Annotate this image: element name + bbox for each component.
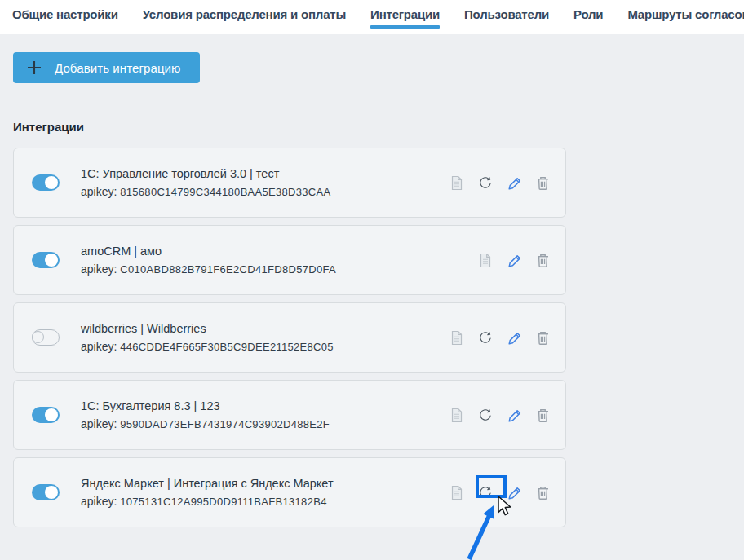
apikey-label: apikey: <box>81 262 117 276</box>
pencil-icon <box>507 408 522 423</box>
integration-info: amoCRM | амо apikey: C010ABD882B791F6E2C… <box>81 245 477 276</box>
pencil-icon <box>507 330 522 346</box>
pencil-icon <box>507 175 522 191</box>
section-title: Интеграции <box>13 120 744 134</box>
refresh-button[interactable] <box>477 406 494 424</box>
apikey-label: apikey: <box>81 417 117 430</box>
apikey-value: C010ABD882B791F6E2CD41FD8D57D0FA <box>120 263 336 276</box>
edit-button[interactable] <box>506 406 522 424</box>
apikey-value: 815680C14799C344180BAA5E38D33CAA <box>120 186 330 198</box>
integration-toggle[interactable] <box>32 407 60 423</box>
tab-users[interactable]: Пользователи <box>464 0 549 34</box>
trash-icon <box>536 330 550 346</box>
integration-apikey: apikey: 446CDDE4F665F30B5C9DEE21152E8C05 <box>81 340 449 353</box>
pencil-icon <box>507 253 522 268</box>
tab-integrations[interactable]: Интеграции <box>370 0 440 34</box>
integration-card: 1С: Бухгалтерия 8.3 | 123 apikey: 9590DA… <box>13 380 566 450</box>
refresh-icon <box>476 173 496 193</box>
trash-icon <box>536 408 550 423</box>
document-icon <box>450 175 463 191</box>
refresh-icon <box>476 405 496 426</box>
trash-icon <box>536 485 550 500</box>
document-icon <box>479 253 492 268</box>
integration-card: wildberries | Wildberries apikey: 446CDD… <box>13 302 566 373</box>
refresh-button[interactable] <box>477 329 494 346</box>
edit-button[interactable] <box>506 174 522 192</box>
integration-info: wildberries | Wildberries apikey: 446CDD… <box>81 322 449 353</box>
delete-button[interactable] <box>534 483 551 501</box>
integrations-list: 1С: Управление торговлей 3.0 | тест apik… <box>13 148 566 527</box>
refresh-icon <box>476 328 496 348</box>
apikey-label: apikey: <box>81 340 117 353</box>
document-icon <box>450 408 463 423</box>
add-integration-label: Добавить интеграцию <box>55 61 180 75</box>
integration-name: 1С: Управление торговлей 3.0 | тест <box>81 167 449 180</box>
card-actions <box>449 329 551 346</box>
integration-toggle[interactable] <box>32 329 60 346</box>
card-actions <box>477 251 551 269</box>
integration-apikey: apikey: 9590DAD73EFB7431974C93902D488E2F <box>81 417 449 430</box>
refresh-button[interactable] <box>477 174 494 192</box>
apikey-value: 446CDDE4F665F30B5C9DEE21152E8C05 <box>120 341 334 353</box>
pencil-icon <box>507 485 522 500</box>
document-icon <box>450 330 463 346</box>
copy-document-button[interactable] <box>449 329 465 346</box>
tab-approval-routes[interactable]: Маршруты согласований <box>627 0 744 34</box>
card-actions <box>449 406 551 424</box>
copy-document-button[interactable] <box>477 251 494 269</box>
integration-apikey: apikey: C010ABD882B791F6E2CD41FD8D57D0FA <box>81 262 477 276</box>
delete-button[interactable] <box>534 406 551 424</box>
document-icon <box>450 485 463 500</box>
integration-name: wildberries | Wildberries <box>81 322 449 335</box>
integration-apikey: apikey: 1075131C12A995D0D9111BAFB13182B4 <box>81 495 449 508</box>
edit-button[interactable] <box>506 329 522 346</box>
integration-toggle[interactable] <box>32 484 60 500</box>
toggle-knob <box>32 331 44 343</box>
delete-button[interactable] <box>534 329 551 346</box>
integration-card: 1С: Управление торговлей 3.0 | тест apik… <box>13 148 566 218</box>
toggle-knob <box>45 486 58 499</box>
integration-card: amoCRM | амо apikey: C010ABD882B791F6E2C… <box>13 225 566 295</box>
toggle-knob <box>45 176 58 189</box>
copy-document-button[interactable] <box>449 174 465 192</box>
integration-info: 1С: Управление торговлей 3.0 | тест apik… <box>81 167 449 198</box>
add-integration-button[interactable]: Добавить интеграцию <box>13 52 200 83</box>
integration-info: 1С: Бухгалтерия 8.3 | 123 apikey: 9590DA… <box>81 399 449 430</box>
toggle-knob <box>45 254 58 267</box>
integration-name: amoCRM | амо <box>81 245 477 258</box>
trash-icon <box>536 253 550 268</box>
edit-button[interactable] <box>506 483 522 501</box>
refresh-button[interactable] <box>477 483 494 501</box>
refresh-icon <box>476 483 496 503</box>
integration-toggle[interactable] <box>32 252 60 268</box>
copy-document-button[interactable] <box>449 406 465 424</box>
integration-apikey: apikey: 815680C14799C344180BAA5E38D33CAA <box>81 185 449 198</box>
edit-button[interactable] <box>506 251 522 269</box>
delete-button[interactable] <box>534 251 551 269</box>
apikey-value: 1075131C12A995D0D9111BAFB13182B4 <box>120 496 326 508</box>
tab-general-settings[interactable]: Общие настройки <box>12 0 118 34</box>
integration-name: Яндекс Маркет | Интеграция с Яндекс Марк… <box>81 477 449 490</box>
plus-icon <box>25 59 43 77</box>
card-actions <box>449 483 551 501</box>
integration-name: 1С: Бухгалтерия 8.3 | 123 <box>81 399 449 412</box>
tab-roles[interactable]: Роли <box>574 0 603 34</box>
integrations-page: Добавить интеграцию Интеграции 1С: Управ… <box>0 34 744 560</box>
toggle-knob <box>45 408 58 421</box>
card-actions <box>449 174 551 192</box>
integration-info: Яндекс Маркет | Интеграция с Яндекс Марк… <box>81 477 449 508</box>
delete-button[interactable] <box>534 174 551 192</box>
apikey-label: apikey: <box>81 185 117 198</box>
integration-toggle[interactable] <box>32 174 60 191</box>
settings-tabbar: Общие настройки Условия распределения и … <box>0 0 744 34</box>
trash-icon <box>536 175 550 191</box>
apikey-value: 9590DAD73EFB7431974C93902D488E2F <box>120 418 330 430</box>
tab-distribution-payment-terms[interactable]: Условия распределения и оплаты <box>143 0 346 34</box>
integration-card: Яндекс Маркет | Интеграция с Яндекс Марк… <box>13 457 566 527</box>
copy-document-button[interactable] <box>449 483 465 501</box>
apikey-label: apikey: <box>81 495 117 508</box>
